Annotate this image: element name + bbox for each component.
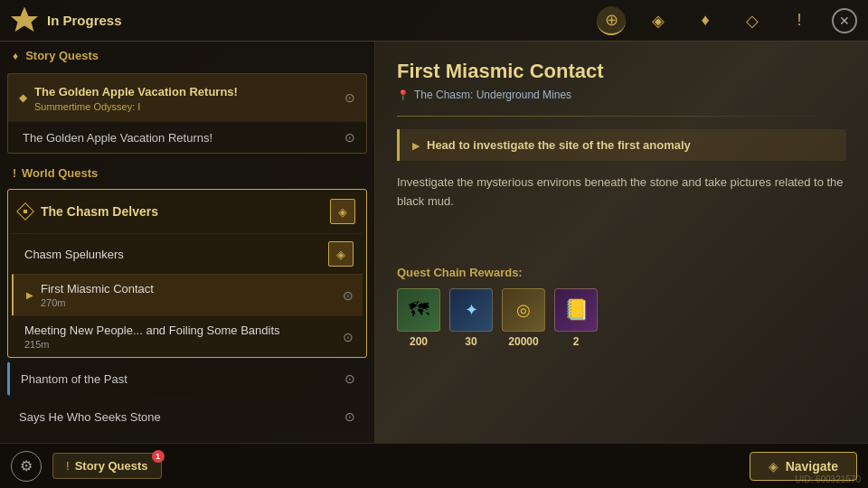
quest-chain-icon xyxy=(16,202,34,221)
story-btn-badge: 1 xyxy=(152,450,165,463)
reward-item-2: ◎ 20000 xyxy=(502,288,545,348)
settings-button[interactable]: ⚙ xyxy=(11,451,42,482)
reward-count-2: 20000 xyxy=(508,335,538,348)
story-quests-section-header: ♦ Story Quests xyxy=(0,42,374,70)
story-btn-icon: ! xyxy=(66,459,70,473)
story-quests-button[interactable]: ! Story Quests 1 xyxy=(52,453,162,479)
spelunkers-nav-button[interactable]: ◈ xyxy=(328,241,354,267)
world-quest-chain: The Chasm Delvers ◈ Chasm Spelunkers ◈ ▶… xyxy=(7,189,367,358)
app-icon xyxy=(11,7,38,34)
sub-quest-meeting-dist: 215m xyxy=(24,339,343,350)
world-section-icon: ! xyxy=(13,167,16,180)
story-group-header[interactable]: ◆ The Golden Apple Vacation Returns! Sum… xyxy=(8,74,366,121)
reward-icon-book: 📒 xyxy=(554,288,598,332)
nav-map-icon[interactable]: ◈ xyxy=(644,6,673,35)
page-title: In Progress xyxy=(47,13,122,28)
reward-count-3: 2 xyxy=(573,335,580,348)
bottom-bar: ⚙ ! Story Quests 1 ◈ Navigate UID: 60032… xyxy=(0,443,868,488)
story-sub-item-nav: ⊙ xyxy=(344,130,355,145)
close-button[interactable]: ✕ xyxy=(832,8,857,33)
reward-icon-mora: ◎ xyxy=(502,288,545,332)
simple-quest-stone-title: Says He Who Seeks Stone xyxy=(19,410,344,424)
divider xyxy=(397,116,846,117)
story-group-icon: ◆ xyxy=(19,91,27,104)
sub-quest-meeting[interactable]: Meeting New People... and Foiling Some B… xyxy=(12,315,363,357)
story-sub-item[interactable]: The Golden Apple Vacation Returns! ⊙ xyxy=(8,121,366,153)
rewards-section: Quest Chain Rewards: 🗺 200 ✦ 30 ◎ 20000 … xyxy=(397,266,846,348)
sub-quest-meeting-content: Meeting New People... and Foiling Some B… xyxy=(24,324,343,350)
story-sub-item-title: The Golden Apple Vacation Returns! xyxy=(23,131,344,145)
reward-item-3: 📒 2 xyxy=(554,288,598,348)
world-quests-section-header: ! World Quests xyxy=(0,157,374,185)
story-group-title: The Golden Apple Vacation Returns! xyxy=(34,85,238,99)
reward-icon-map: 🗺 xyxy=(397,288,440,332)
reward-item-1: ✦ 30 xyxy=(449,288,493,348)
right-panel: First Miasmic Contact 📍 The Chasm: Under… xyxy=(375,42,868,443)
meeting-nav-icon: ⊙ xyxy=(343,330,354,344)
rewards-row: 🗺 200 ✦ 30 ◎ 20000 📒 2 xyxy=(397,288,846,348)
story-section-label: Story Quests xyxy=(25,49,99,62)
current-objective: ▶ Head to investigate the site of the fi… xyxy=(397,129,846,161)
story-group-nav-icon: ⊙ xyxy=(344,90,355,105)
sub-quest-spelunkers-title: Chasm Spelunkers xyxy=(24,248,124,261)
quest-chain-nav-button[interactable]: ◈ xyxy=(330,199,355,224)
nav-alert-icon[interactable]: ! xyxy=(785,6,814,35)
nav-compass-icon[interactable]: ◇ xyxy=(738,6,767,35)
quest-chain-title: The Chasm Delvers xyxy=(41,204,330,219)
location-pin-icon: 📍 xyxy=(397,89,410,101)
nav-quests-icon[interactable]: ⊕ xyxy=(597,6,626,35)
sub-quest-meeting-title: Meeting New People... and Foiling Some B… xyxy=(24,324,343,337)
navigate-label: Navigate xyxy=(786,459,838,474)
rewards-label: Quest Chain Rewards: xyxy=(397,266,846,279)
top-bar: In Progress ⊕ ◈ ♦ ◇ ! ✕ xyxy=(0,0,868,42)
sub-quest-miasmic-dist: 270m xyxy=(41,297,343,308)
reward-count-0: 200 xyxy=(410,335,428,348)
quest-chain-header[interactable]: The Chasm Delvers ◈ xyxy=(8,190,366,233)
world-section-label: World Quests xyxy=(22,166,98,180)
nav-items-icon[interactable]: ♦ xyxy=(691,6,720,35)
stone-nav-icon: ⊙ xyxy=(344,409,355,424)
sub-quest-miasmic-title: First Miasmic Contact xyxy=(41,282,343,296)
quest-location: 📍 The Chasm: Underground Mines xyxy=(397,89,846,101)
nav-icons: ⊕ ◈ ♦ ◇ ! xyxy=(597,6,814,35)
sub-quest-spelunkers[interactable]: Chasm Spelunkers ◈ xyxy=(12,233,363,274)
reward-icon-star: ✦ xyxy=(449,288,493,332)
objective-arrow-icon: ▶ xyxy=(412,140,420,152)
quest-location-text: The Chasm: Underground Mines xyxy=(414,89,571,101)
story-quest-group: ◆ The Golden Apple Vacation Returns! Sum… xyxy=(7,73,367,154)
simple-quest-phantom[interactable]: Phantom of the Past ⊙ xyxy=(7,361,367,396)
quest-description: Investigate the mysterious environs bene… xyxy=(397,174,846,211)
section-icon: ♦ xyxy=(13,50,18,62)
active-arrow-icon: ▶ xyxy=(26,290,33,300)
objective-text: Head to investigate the site of the firs… xyxy=(427,138,691,152)
reward-count-1: 30 xyxy=(465,335,476,348)
sub-quest-miasmic-content: First Miasmic Contact 270m xyxy=(41,282,343,308)
navigate-icon: ◈ xyxy=(769,459,778,474)
simple-quest-stone[interactable]: Says He Who Seeks Stone ⊙ xyxy=(7,399,367,434)
uid-text: UID: 600321570 xyxy=(795,474,861,484)
miasmic-nav-icon: ⊙ xyxy=(343,288,354,303)
story-btn-label: Story Quests xyxy=(75,459,148,473)
left-panel: ♦ Story Quests ◆ The Golden Apple Vacati… xyxy=(0,42,375,443)
simple-quest-phantom-title: Phantom of the Past xyxy=(21,372,344,386)
sub-quest-miasmic[interactable]: ▶ First Miasmic Contact 270m ⊙ xyxy=(12,274,363,315)
reward-item-0: 🗺 200 xyxy=(397,288,440,348)
quest-title: First Miasmic Contact xyxy=(397,60,846,83)
phantom-nav-icon: ⊙ xyxy=(344,371,355,386)
story-group-subtitle: Summertime Odyssey: I xyxy=(34,101,344,112)
